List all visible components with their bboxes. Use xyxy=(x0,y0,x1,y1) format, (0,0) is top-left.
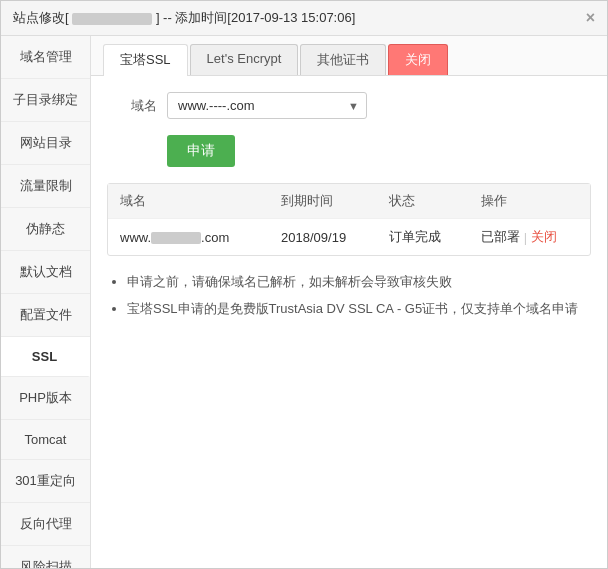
sidebar-item-subdir-bind[interactable]: 子目录绑定 xyxy=(1,79,90,122)
tab-bar: 宝塔SSL Let's Encrypt 其他证书 关闭 xyxy=(91,36,607,76)
tab-content-baota-ssl: 域名 www.----.com ▼ 申请 域名 xyxy=(91,76,607,568)
tab-baota-ssl[interactable]: 宝塔SSL xyxy=(103,44,188,76)
table-header-row: 域名 到期时间 状态 操作 xyxy=(108,184,590,219)
col-header-expire: 到期时间 xyxy=(269,184,377,219)
col-header-status: 状态 xyxy=(377,184,469,219)
sidebar-item-traffic-limit[interactable]: 流量限制 xyxy=(1,165,90,208)
table-row: www..com 2018/09/19 订单完成 已部署 | 关闭 xyxy=(108,219,590,256)
title-suffix: ] -- 添加时间[2017-09-13 15:07:06] xyxy=(156,10,355,25)
sidebar-item-domain-mgmt[interactable]: 域名管理 xyxy=(1,36,90,79)
tab-close[interactable]: 关闭 xyxy=(388,44,448,75)
sidebar-item-config-file[interactable]: 配置文件 xyxy=(1,294,90,337)
sidebar-item-website-dir[interactable]: 网站目录 xyxy=(1,122,90,165)
col-header-domain: 域名 xyxy=(108,184,269,219)
note-item-2: 宝塔SSL申请的是免费版TrustAsia DV SSL CA - G5证书，仅… xyxy=(127,299,591,320)
title-bar: 站点修改[ ] -- 添加时间[2017-09-13 15:07:06] × xyxy=(1,1,607,36)
note-item-1: 申请之前，请确保域名已解析，如未解析会导致审核失败 xyxy=(127,272,591,293)
notes-section: 申请之前，请确保域名已解析，如未解析会导致审核失败 宝塔SSL申请的是免费版Tr… xyxy=(107,272,591,320)
action-divider: | xyxy=(524,230,527,245)
close-action-link[interactable]: 关闭 xyxy=(531,228,557,246)
sidebar-item-php-version[interactable]: PHP版本 xyxy=(1,377,90,420)
cert-table: 域名 到期时间 状态 操作 www..com 2018/ xyxy=(108,184,590,255)
sidebar-item-reverse-proxy[interactable]: 反向代理 xyxy=(1,503,90,546)
main-window: 站点修改[ ] -- 添加时间[2017-09-13 15:07:06] × 域… xyxy=(0,0,608,569)
sidebar-item-risk-scan[interactable]: 风险扫描 xyxy=(1,546,90,568)
sidebar: 域名管理 子目录绑定 网站目录 流量限制 伪静态 默认文档 配置文件 SSL xyxy=(1,36,91,568)
window-title: 站点修改[ ] -- 添加时间[2017-09-13 15:07:06] xyxy=(13,9,355,27)
cell-status: 订单完成 xyxy=(377,219,469,256)
main-layout: 域名管理 子目录绑定 网站目录 流量限制 伪静态 默认文档 配置文件 SSL xyxy=(1,36,607,568)
tab-other-cert[interactable]: 其他证书 xyxy=(300,44,386,75)
action-cell: 已部署 | 关闭 xyxy=(481,228,578,246)
masked-domain xyxy=(72,13,152,25)
domain-select[interactable]: www.----.com xyxy=(167,92,367,119)
title-text: 站点修改[ xyxy=(13,10,69,25)
domain-label: 域名 xyxy=(107,97,157,115)
domain-form-row: 域名 www.----.com ▼ xyxy=(107,92,591,119)
cell-action: 已部署 | 关闭 xyxy=(469,219,590,256)
sidebar-item-default-doc[interactable]: 默认文档 xyxy=(1,251,90,294)
sidebar-item-tomcat[interactable]: Tomcat xyxy=(1,420,90,460)
notes-list: 申请之前，请确保域名已解析，如未解析会导致审核失败 宝塔SSL申请的是免费版Tr… xyxy=(107,272,591,320)
content-area: 宝塔SSL Let's Encrypt 其他证书 关闭 域名 xyxy=(91,36,607,568)
tab-lets-encrypt[interactable]: Let's Encrypt xyxy=(190,44,299,75)
sidebar-item-301-redirect[interactable]: 301重定向 xyxy=(1,460,90,503)
cell-domain: www..com xyxy=(108,219,269,256)
cell-expire: 2018/09/19 xyxy=(269,219,377,256)
sidebar-item-pseudo-static[interactable]: 伪静态 xyxy=(1,208,90,251)
cert-table-wrapper: 域名 到期时间 状态 操作 www..com 2018/ xyxy=(107,183,591,256)
sidebar-item-ssl[interactable]: SSL xyxy=(1,337,90,377)
masked-domain-cell xyxy=(151,232,201,244)
close-icon[interactable]: × xyxy=(586,10,595,26)
apply-button[interactable]: 申请 xyxy=(167,135,235,167)
deployed-label: 已部署 xyxy=(481,228,520,246)
domain-select-wrapper: www.----.com ▼ xyxy=(167,92,367,119)
col-header-action: 操作 xyxy=(469,184,590,219)
